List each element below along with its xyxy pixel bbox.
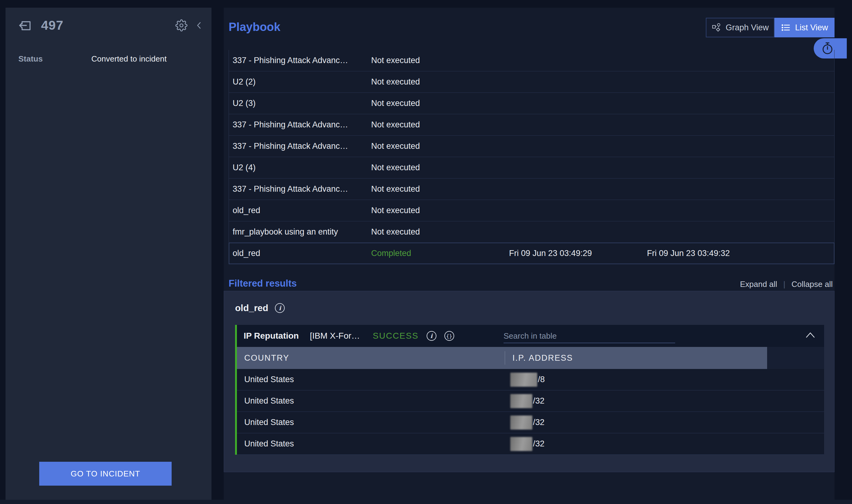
- filtered-results-title: Filtered results: [229, 278, 297, 289]
- view-toggle: Graph View List View: [706, 18, 835, 37]
- run-row[interactable]: 337 - Phishing Attack Advanc…Not execute…: [229, 50, 834, 71]
- redacted-ip: [510, 437, 532, 451]
- run-row[interactable]: fmr_playbook using an entityNot executed: [229, 221, 834, 243]
- page-title: Playbook: [229, 20, 280, 34]
- case-id: 497: [41, 18, 64, 33]
- playbook-runs-table: 337 - Phishing Attack Advanc…Not execute…: [229, 50, 835, 264]
- result-row: United States /32: [237, 433, 824, 455]
- card-title-row: old_red i: [235, 303, 285, 313]
- ip-suffix: /32: [533, 439, 544, 449]
- go-to-incident-button[interactable]: GO TO INCIDENT: [39, 462, 172, 486]
- search-in-table-input[interactable]: [504, 329, 675, 343]
- run-status-completed: Completed: [367, 249, 505, 258]
- case-status-row: Status Converted to incident: [18, 54, 202, 64]
- redacted-ip: [510, 415, 532, 430]
- collapse-sidebar-icon[interactable]: [194, 20, 204, 30]
- run-row[interactable]: U2 (2)Not executed: [229, 71, 834, 93]
- ip-suffix: /32: [533, 396, 544, 406]
- action-integration: [IBM X-For…: [310, 331, 360, 341]
- playbook-name: old_red: [235, 303, 268, 313]
- graph-view-label: Graph View: [726, 23, 769, 33]
- result-table-header: COUNTRY I.P. ADDRESS: [237, 347, 824, 369]
- info-icon[interactable]: i: [275, 303, 285, 313]
- json-result-icon[interactable]: {}: [445, 331, 454, 341]
- run-row[interactable]: 337 - Phishing Attack Advanc…Not execute…: [229, 114, 834, 136]
- redacted-ip: [510, 373, 537, 387]
- redacted-ip: [510, 394, 532, 408]
- action-name: IP Reputation: [244, 331, 299, 341]
- run-row[interactable]: U2 (3)Not executed: [229, 93, 834, 114]
- playbook-panel: Playbook Graph View List View: [224, 8, 835, 500]
- column-header-country: COUNTRY: [237, 353, 505, 363]
- collapse-all-link[interactable]: Collapse all: [792, 280, 833, 289]
- run-row-completed[interactable]: old_red Completed Fri 09 Jun 23 03:49:29…: [229, 243, 834, 264]
- case-sidebar: 497 Status Converted to incident GO TO I…: [5, 8, 211, 500]
- back-to-cases-icon[interactable]: [18, 18, 33, 33]
- result-row: United States /32: [237, 412, 824, 433]
- info-icon[interactable]: i: [427, 331, 436, 341]
- run-start-time: Fri 09 Jun 23 03:49:29: [505, 249, 643, 258]
- list-view-label: List View: [795, 23, 828, 33]
- column-header-ip: I.P. ADDRESS: [505, 351, 767, 365]
- graph-view-icon: [712, 23, 721, 33]
- divider: |: [783, 280, 785, 289]
- ip-suffix: /8: [538, 375, 545, 384]
- footer-strip: [0, 500, 852, 504]
- run-end-time: Fri 09 Jun 23 03:49:32: [643, 249, 834, 258]
- chevron-up-icon[interactable]: [805, 331, 816, 340]
- expand-all-link[interactable]: Expand all: [740, 280, 777, 289]
- filtered-results-card: old_red i IP Reputation [IBM X-For… SUCC…: [224, 291, 835, 472]
- status-label: Status: [18, 54, 91, 64]
- graph-view-button[interactable]: Graph View: [706, 18, 775, 37]
- list-view-button[interactable]: List View: [775, 18, 835, 37]
- sidebar-header: 497: [18, 18, 204, 33]
- expand-collapse-tools: Expand all | Collapse all: [740, 280, 833, 289]
- action-status-badge: SUCCESS: [373, 331, 418, 341]
- result-row: United States /32: [237, 391, 824, 412]
- run-row[interactable]: 337 - Phishing Attack Advanc…Not execute…: [229, 179, 834, 200]
- result-row: United States /8: [237, 369, 824, 391]
- action-result-block: IP Reputation [IBM X-For… SUCCESS i {} C…: [235, 325, 824, 455]
- ip-suffix: /32: [533, 418, 544, 427]
- status-value: Converted to incident: [91, 54, 167, 64]
- action-header: IP Reputation [IBM X-For… SUCCESS i {}: [237, 325, 824, 347]
- gear-icon[interactable]: [175, 19, 188, 32]
- run-row[interactable]: 337 - Phishing Attack Advanc…Not execute…: [229, 136, 834, 157]
- run-row[interactable]: U2 (4)Not executed: [229, 157, 834, 179]
- run-row[interactable]: old_redNot executed: [229, 200, 834, 221]
- list-view-icon: [781, 23, 791, 33]
